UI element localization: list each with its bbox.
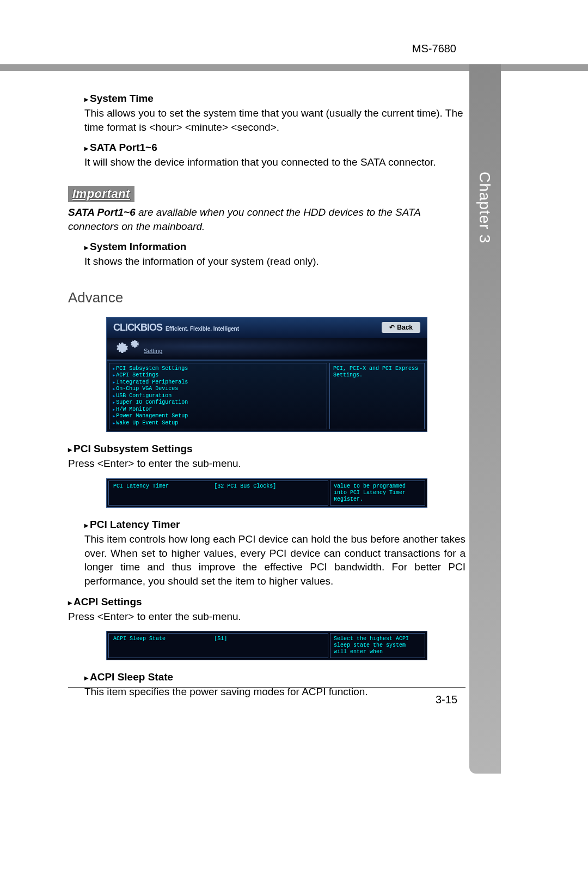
text-pci-subsystem: Press <Enter> to enter the sub-menu. bbox=[68, 457, 465, 471]
bios-menu-item[interactable]: On-Chip VGA Devices bbox=[113, 386, 323, 393]
important-note: SATA Port1~6 are available when you conn… bbox=[68, 205, 465, 233]
bios-row[interactable]: PCI Latency Timer [32 PCI Bus Clocks] bbox=[108, 480, 328, 506]
bios-header: CLICKBIOS Efficient. Flexible. Intellige… bbox=[107, 318, 427, 338]
text-sysinfo: It shows the information of your system … bbox=[84, 254, 465, 269]
text-pci-latency: This item controls how long each PCI dev… bbox=[84, 532, 465, 588]
back-label: Back bbox=[397, 324, 413, 331]
important-note-bold: SATA Port1~6 bbox=[68, 206, 136, 218]
bios-screenshot-pci-latency: PCI Latency Timer [32 PCI Bus Clocks] Va… bbox=[106, 478, 427, 508]
bios-help-panel: PCI, PCI-X and PCI Express Settings. bbox=[329, 363, 425, 430]
heading-pci-subsystem: PCI Subsystem Settings bbox=[68, 443, 465, 455]
heading-system-time: System Time bbox=[84, 93, 465, 105]
bios-row-label: PCI Latency Timer bbox=[113, 483, 214, 489]
footer-rule bbox=[68, 687, 465, 688]
bios-menu-item[interactable]: H/W Monitor bbox=[113, 406, 323, 413]
gear-icon-small bbox=[131, 339, 139, 348]
text-system-time: This allows you to set the system time t… bbox=[84, 106, 465, 134]
bios-toolbar: Setting bbox=[107, 338, 427, 360]
heading-advance: Advance bbox=[68, 289, 465, 306]
bios-logo: CLICKBIOS Efficient. Flexible. Intellige… bbox=[113, 322, 239, 333]
text-acpi: Press <Enter> to enter the sub-menu. bbox=[68, 610, 465, 624]
bios-row-label: ACPI Sleep State bbox=[113, 636, 214, 642]
heading-sata: SATA Port1~6 bbox=[84, 142, 465, 154]
setting-tab[interactable]: Setting bbox=[144, 348, 162, 354]
back-arrow-icon: ↶ bbox=[389, 324, 395, 331]
bios-menu-item[interactable]: Wake Up Event Setup bbox=[113, 420, 323, 427]
page-number: 3-15 bbox=[436, 694, 457, 706]
heading-acpi-sleep: ACPI Sleep State bbox=[84, 671, 465, 683]
gear-icon bbox=[117, 342, 128, 354]
bios-row[interactable]: ACPI Sleep State [S1] bbox=[108, 633, 328, 658]
bios-menu-item[interactable]: PCI Subsystem Settings bbox=[113, 366, 323, 373]
heading-sysinfo: System Information bbox=[84, 241, 465, 253]
heading-pci-latency: PCI Latency Timer bbox=[84, 519, 465, 531]
bios-menu-panel: PCI Subsystem Settings ACPI Settings Int… bbox=[109, 363, 327, 430]
bios-menu-item[interactable]: Integrated Peripherals bbox=[113, 379, 323, 386]
bios-brand: CLICKBIOS bbox=[113, 322, 162, 333]
chapter-tab-bg bbox=[469, 64, 501, 774]
chapter-tab-label: Chapter 3 bbox=[476, 172, 493, 244]
bios-help-text: Value to be programmed into PCI Latency … bbox=[330, 480, 425, 506]
page-content: System Time This allows you to set the s… bbox=[68, 93, 465, 707]
bios-menu-item[interactable]: Super IO Configuration bbox=[113, 399, 323, 406]
back-button[interactable]: ↶ Back bbox=[382, 322, 420, 333]
document-id: MS-7680 bbox=[412, 42, 456, 55]
bios-screenshot-acpi: ACPI Sleep State [S1] Select the highest… bbox=[106, 631, 427, 660]
important-badge: Important bbox=[68, 186, 134, 202]
bios-screenshot-advance: CLICKBIOS Efficient. Flexible. Intellige… bbox=[106, 317, 427, 433]
bios-row-value: [32 PCI Bus Clocks] bbox=[214, 483, 323, 489]
bios-row-value: [S1] bbox=[214, 636, 323, 642]
bios-menu-item[interactable]: Power Management Setup bbox=[113, 413, 323, 420]
bios-help-text: Select the highest ACPI sleep state the … bbox=[330, 633, 425, 658]
bios-help-text: PCI, PCI-X and PCI Express Settings. bbox=[333, 366, 421, 379]
bios-body: PCI Subsystem Settings ACPI Settings Int… bbox=[107, 360, 427, 432]
heading-acpi: ACPI Settings bbox=[68, 596, 465, 608]
text-sata: It will show the device information that… bbox=[84, 155, 465, 169]
bios-menu-item[interactable]: USB Configuration bbox=[113, 393, 323, 400]
bios-menu-item[interactable]: ACPI Settings bbox=[113, 372, 323, 379]
bios-tagline: Efficient. Flexible. Intelligent bbox=[166, 326, 239, 332]
